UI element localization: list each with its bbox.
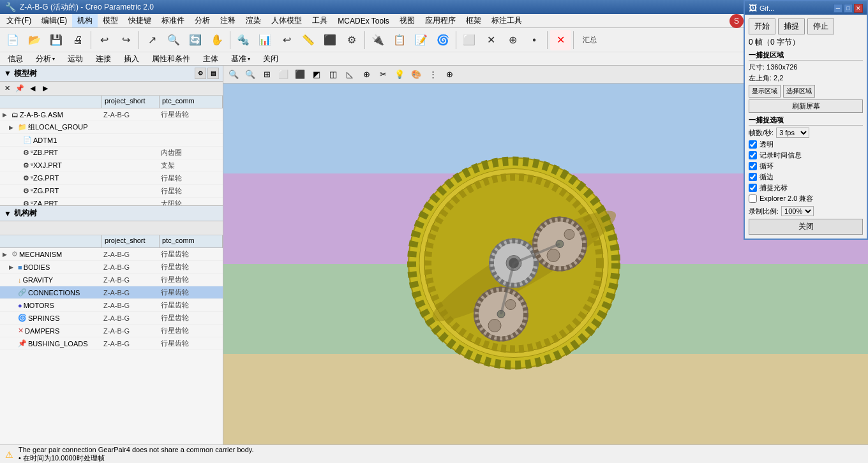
toolbar-insert[interactable]: 插入 — [119, 54, 147, 64]
tree-item-za[interactable]: ▶⚙ᵘZA.PRT 太阳轮 — [0, 198, 223, 206]
toolbar-close-text[interactable]: 关闭 — [258, 54, 286, 64]
toolbar-analysis-btn[interactable]: 分析 ▾ — [31, 54, 63, 64]
tree-item-group[interactable]: ▶📁组LOCAL_GROUP — [0, 121, 223, 134]
skype-icon[interactable]: S — [730, 14, 744, 28]
menu-file[interactable]: 文件(F) — [1, 14, 36, 27]
vp-mesh[interactable]: ⋮ — [425, 68, 440, 82]
toolbar-summary[interactable]: 汇总 — [576, 30, 603, 50]
expand-mechanism[interactable]: ▶ — [3, 251, 10, 258]
toolbar-motion[interactable]: 运动 — [63, 54, 91, 64]
vp-section[interactable]: ✂ — [375, 68, 391, 82]
menu-human[interactable]: 人体模型 — [266, 14, 307, 27]
toolbar-redo[interactable]: ↪ — [116, 30, 136, 50]
gif-record-time-check[interactable] — [749, 151, 757, 159]
tree-item-zb[interactable]: ▶⚙ᵘZB.PRT 内齿圈 — [0, 147, 223, 159]
toolbar-new[interactable]: 📄 — [3, 30, 23, 50]
toolbar-datum[interactable]: 基准 ▾ — [226, 54, 258, 64]
gif-stop-btn[interactable]: 停止 — [807, 18, 834, 34]
gif-max-btn[interactable]: □ — [844, 4, 853, 13]
model-tree-header[interactable]: ▼ 模型树 ⚙ ▤ — [0, 66, 223, 82]
toolbar-open[interactable]: 📂 — [24, 30, 45, 50]
model-tree-filter[interactable]: ▤ — [207, 68, 219, 79]
toolbar-connect[interactable]: 连接 — [91, 54, 119, 64]
expand-bodies[interactable]: ▶ — [9, 264, 17, 270]
tree-collapse-arrow[interactable]: ▼ — [4, 69, 11, 78]
toolbar-assembly[interactable]: 🔩 — [233, 30, 253, 50]
mech-item-dampers[interactable]: ▶✕DAMPERS Z-A-B-G 行星齿轮 — [0, 325, 223, 337]
menu-frame[interactable]: 框架 — [461, 14, 486, 27]
menu-standards[interactable]: 标准件 — [156, 14, 190, 27]
gif-min-btn[interactable]: ─ — [834, 4, 842, 13]
tree-item-asm[interactable]: ▶🗂Z-A-B-G.ASM Z-A-B-G 行星齿轮 — [0, 108, 223, 121]
vp-light[interactable]: 💡 — [392, 68, 407, 82]
gif-cursor-check[interactable] — [749, 184, 757, 192]
vp-zoom-out[interactable]: 🔍 — [243, 68, 258, 82]
vp-zoom-in[interactable]: 🔍 — [226, 68, 241, 82]
gif-refresh-btn[interactable]: 刷新屏幕 — [749, 99, 863, 113]
toolbar-plane[interactable]: ⬜ — [459, 30, 479, 50]
mech-item-bodies[interactable]: ▶■BODIES Z-A-B-G 行星齿轮 — [0, 261, 223, 274]
gif-panel-close-btn[interactable]: 关闭 — [749, 219, 863, 235]
toolbar-close-red[interactable]: ✕ — [550, 30, 571, 50]
vp-orient[interactable]: ⊕ — [359, 68, 374, 82]
toolbar-motor[interactable]: 🔌 — [368, 30, 388, 50]
toolbar-property[interactable]: 📋 — [389, 30, 410, 50]
toolbar-body[interactable]: 主体 — [198, 54, 226, 64]
toolbar-gear[interactable]: ⚙ — [341, 30, 362, 50]
mech-item-gravity[interactable]: ▶↓GRAVITY Z-A-B-G 行星齿轮 — [0, 274, 223, 286]
tree-next-btn[interactable]: ▶ — [40, 83, 51, 94]
toolbar-rotate[interactable]: 🔄 — [185, 30, 206, 50]
toolbar-properties[interactable]: 属性和条件 — [147, 54, 198, 64]
gif-ratio-select[interactable]: 100% 75% 50% — [781, 206, 814, 216]
menu-edit[interactable]: 编辑(E) — [36, 14, 72, 27]
vp-hidden[interactable]: ◫ — [326, 68, 341, 82]
mech-item-motors[interactable]: ▶●MOTORS Z-A-B-G 行星齿轮 — [0, 299, 223, 312]
toolbar-recall[interactable]: ↩ — [276, 30, 297, 50]
model-tree-settings[interactable]: ⚙ — [195, 68, 206, 79]
mech-tree-header[interactable]: ▼ 机构树 — [0, 206, 223, 221]
mech-item-connections[interactable]: ▶🔗CONNECTIONS Z-A-B-G 行星齿轮 — [0, 286, 223, 299]
vp-shade[interactable]: ◩ — [309, 68, 324, 82]
toolbar-save[interactable]: 💾 — [46, 30, 66, 50]
toolbar-move[interactable]: ⬛ — [320, 30, 340, 50]
menu-view[interactable]: 视图 — [394, 14, 420, 27]
menu-model[interactable]: 模型 — [98, 14, 123, 27]
toolbar-pan[interactable]: ✋ — [207, 30, 227, 50]
vp-frame[interactable]: ⬜ — [276, 68, 291, 82]
toolbar-info[interactable]: 信息 — [3, 54, 31, 64]
gif-display-btn[interactable]: 显示区域 — [749, 85, 781, 98]
toolbar-axis[interactable]: ✕ — [481, 30, 501, 50]
toolbar-spring[interactable]: 🌀 — [433, 30, 453, 50]
vp-zoom-fit[interactable]: ⊞ — [259, 68, 274, 82]
gif-loop-check[interactable] — [749, 162, 757, 170]
menu-tools[interactable]: 工具 — [307, 14, 333, 27]
mech-item-mechanism[interactable]: ▶⚙MECHANISM Z-A-B-G 行星齿轮 — [0, 248, 223, 261]
menu-dim[interactable]: 标注工具 — [486, 14, 527, 27]
tree-prev-btn[interactable]: ◀ — [27, 83, 38, 94]
toolbar-attr[interactable]: 📝 — [411, 30, 431, 50]
toolbar-coord[interactable]: ⊕ — [502, 30, 523, 50]
tree-pin-btn[interactable]: 📌 — [14, 83, 26, 94]
gif-edge-check[interactable] — [749, 173, 757, 181]
tree-item-adtm[interactable]: ▶📄ADTM1 — [0, 134, 223, 147]
menu-render[interactable]: 渲染 — [241, 14, 266, 27]
mech-item-springs[interactable]: ▶🌀SPRINGS Z-A-B-G 行星齿轮 — [0, 312, 223, 325]
gif-explorer-check[interactable] — [749, 195, 757, 203]
menu-mcadex[interactable]: MCADEx Tools — [333, 15, 394, 27]
gif-fps-select[interactable]: 3 fps 5 fps 10 fps — [776, 128, 809, 138]
gif-start-btn[interactable]: 开始 — [749, 18, 775, 34]
toolbar-mech-analysis[interactable]: 📊 — [255, 30, 275, 50]
tree-item-xxj[interactable]: ▶⚙ᵘXXJ.PRT 支架 — [0, 159, 223, 172]
menu-annotation[interactable]: 注释 — [215, 14, 241, 27]
vp-perspective[interactable]: ◺ — [342, 68, 357, 82]
toolbar-select[interactable]: ↗ — [142, 30, 162, 50]
menu-app[interactable]: 应用程序 — [420, 14, 461, 27]
toolbar-undo[interactable]: ↩ — [94, 30, 114, 50]
vp-more[interactable]: ⊕ — [442, 68, 457, 82]
mech-item-bushing[interactable]: ▶📌BUSHING_LOADS Z-A-B-G 行星齿轮 — [0, 337, 223, 350]
menu-jigou[interactable]: 机构 — [72, 14, 98, 27]
toolbar-print[interactable]: 🖨 — [68, 30, 88, 50]
menu-analysis[interactable]: 分析 — [190, 14, 215, 27]
vp-solid[interactable]: ⬛ — [292, 68, 308, 82]
toolbar-point[interactable]: • — [524, 30, 544, 50]
